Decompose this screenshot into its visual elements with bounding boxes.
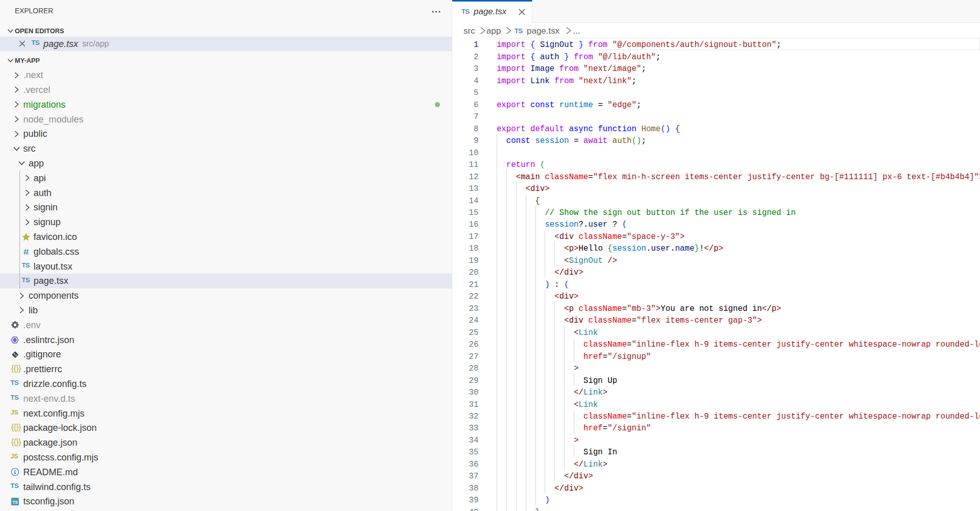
svg-text:TS: TS xyxy=(12,500,18,505)
